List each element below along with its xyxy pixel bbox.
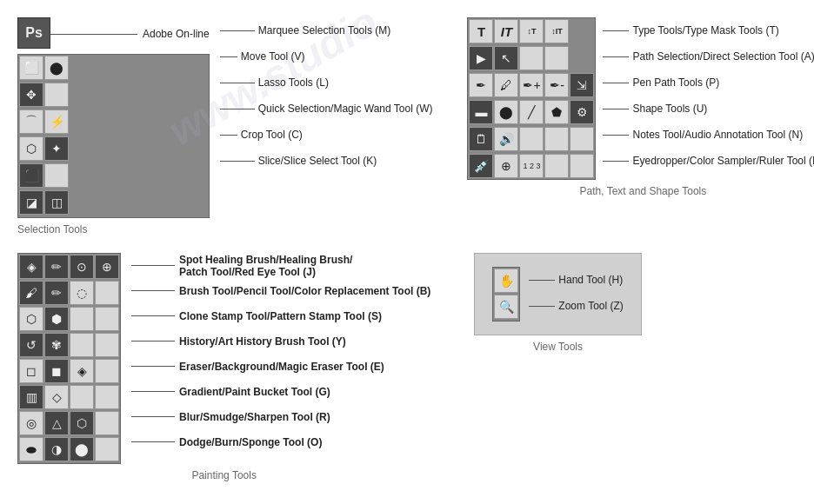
paint-label-text-4: History/Art History Brush Tool (Y) bbox=[179, 335, 346, 348]
delete-anchor-tool[interactable]: ✒- bbox=[544, 73, 569, 97]
slice-label: Slice/Slice Select Tool (K) bbox=[258, 155, 377, 167]
redeye-tool[interactable]: ⊕ bbox=[95, 255, 119, 279]
label-slice: Slice/Slice Select Tool (K) bbox=[220, 148, 433, 174]
hand-label: Hand Tool (H) bbox=[558, 274, 623, 286]
move-tool[interactable]: ✥ bbox=[19, 83, 43, 107]
path-sel-row: ▶ ↖ bbox=[469, 46, 594, 72]
dodge-tool[interactable]: ⬬ bbox=[19, 437, 43, 461]
eraser-tool[interactable]: ◻ bbox=[19, 359, 43, 383]
zoom-tool[interactable]: 🔍 bbox=[494, 295, 518, 319]
selection-tools-grid-wrapper: Ps Adobe On-line ⬜ ⬤ ✥ bbox=[17, 17, 210, 218]
adobe-connector bbox=[50, 34, 137, 35]
freeform-pen-tool[interactable]: 🖊 bbox=[494, 73, 518, 97]
connector-slice bbox=[220, 161, 255, 162]
ruler-tool[interactable]: 1 2 3 bbox=[519, 154, 544, 178]
painting-grid-wrapper: ◈ ✏ ⊙ ⊕ 🖌 ✏ ◌ ⬡ ⬢ bbox=[17, 253, 121, 464]
pattern-stamp-tool[interactable]: ⬢ bbox=[44, 307, 69, 331]
line-tool[interactable]: ╱ bbox=[519, 100, 544, 124]
label-move: Move Tool (V) bbox=[220, 43, 433, 70]
rectangle-tool[interactable]: ▬ bbox=[469, 100, 493, 124]
pencil-tool[interactable]: ✏ bbox=[44, 281, 69, 305]
empty-cell-1 bbox=[44, 83, 69, 107]
convert-anchor-tool[interactable]: ⇲ bbox=[570, 73, 594, 97]
pen-connector bbox=[603, 83, 629, 83]
hand-label-row: Hand Tool (H) bbox=[529, 267, 623, 293]
path-selection-tool[interactable]: ▶ bbox=[469, 46, 493, 70]
label-quicksel: Quick Selection/Magic Wand Tool (W) bbox=[220, 96, 433, 122]
empty-p6 bbox=[95, 359, 119, 383]
slice-select-tool[interactable]: ◫ bbox=[44, 190, 69, 215]
gradient-tool[interactable]: ▥ bbox=[19, 385, 43, 409]
notes-tool[interactable]: 🗒 bbox=[469, 127, 493, 151]
shape-label: Shape Tools (U) bbox=[632, 103, 707, 115]
direct-selection-tool[interactable]: ↖ bbox=[494, 46, 518, 70]
custom-shape-tool[interactable]: ⬟ bbox=[544, 100, 569, 124]
shape-tool-extra[interactable]: ⚙ bbox=[570, 100, 594, 124]
paint-label-text-1: Spot Healing Brush/Healing Brush/Patch T… bbox=[179, 254, 352, 278]
type-label: Type Tools/Type Mask Tools (T) bbox=[632, 24, 778, 36]
crop-tool[interactable]: ⬛ bbox=[19, 163, 43, 188]
selection-section-title: Selection Tools bbox=[17, 223, 88, 235]
lasso-label: Lasso Tools (L) bbox=[258, 76, 329, 89]
heal-tool[interactable]: ✏ bbox=[44, 255, 69, 279]
bg-eraser-tool[interactable]: ◼ bbox=[44, 359, 69, 383]
add-anchor-tool[interactable]: ✒+ bbox=[519, 73, 544, 97]
color-sampler-tool[interactable]: ⊕ bbox=[494, 154, 518, 178]
ellipse-tool[interactable]: ⬤ bbox=[494, 100, 518, 124]
pen-tool[interactable]: ✒ bbox=[469, 73, 493, 97]
move-row: ✥ bbox=[19, 83, 208, 109]
audio-tool[interactable]: 🔊 bbox=[494, 127, 518, 151]
sharpen-tool[interactable]: ⬡ bbox=[70, 411, 94, 435]
quick-selection-tool[interactable]: ⬡ bbox=[19, 136, 43, 161]
history-brush-tool[interactable]: ↺ bbox=[19, 333, 43, 357]
slice-tool[interactable]: ◪ bbox=[19, 190, 43, 215]
empty-p10 bbox=[95, 437, 119, 461]
type-vertical-tool[interactable]: ↕T bbox=[519, 19, 544, 43]
type-tool[interactable]: T bbox=[469, 19, 493, 43]
type-mask-tool[interactable]: ↕IT bbox=[544, 19, 569, 43]
eyedrop-label: Eyedropper/Color Sampler/Ruler Tool (I) bbox=[632, 155, 814, 167]
move-label: Move Tool (V) bbox=[241, 50, 305, 63]
path-grid: T IT ↕T ↕IT ▶ ↖ ✒ 🖊 bbox=[467, 17, 596, 180]
brush-tool[interactable]: 🖌 bbox=[19, 281, 43, 305]
lasso-tool[interactable]: ⌒ bbox=[19, 109, 43, 134]
polygonal-lasso-tool[interactable]: ⚡ bbox=[44, 109, 69, 134]
marquee-ellipse-tool[interactable]: ⬤ bbox=[44, 56, 69, 80]
type-italic-tool[interactable]: IT bbox=[494, 19, 518, 43]
path-sel-label-row: Path Selection/Direct Selection Tool (A) bbox=[603, 43, 814, 70]
shape-row: ▬ ⬤ ╱ ⬟ ⚙ bbox=[469, 100, 594, 126]
art-history-tool[interactable]: ✾ bbox=[44, 333, 69, 357]
smudge-tool[interactable]: △ bbox=[44, 411, 69, 435]
empty-e1 bbox=[544, 154, 569, 178]
paint-connector-7 bbox=[131, 416, 175, 417]
paint-label-7: Blur/Smudge/Sharpen Tool (R) bbox=[131, 404, 430, 429]
paint-label-text-3: Clone Stamp Tool/Pattern Stamp Tool (S) bbox=[179, 310, 382, 322]
burn-tool[interactable]: ◑ bbox=[44, 437, 69, 461]
path-text-shape-section: T IT ↕T ↕IT ▶ ↖ ✒ 🖊 bbox=[467, 17, 814, 235]
path-labels: Type Tools/Type Mask Tools (T) Path Sele… bbox=[603, 17, 814, 174]
empty-n1 bbox=[519, 127, 544, 151]
hand-tool[interactable]: ✋ bbox=[494, 269, 518, 293]
view-tools-layout: ✋ 🔍 Hand Tool (H) Zoom Tool (Z) bbox=[492, 267, 623, 322]
magic-eraser-tool[interactable]: ◈ bbox=[70, 359, 94, 383]
paint-bucket-tool[interactable]: ◇ bbox=[44, 385, 69, 409]
paint-label-4: History/Art History Brush Tool (Y) bbox=[131, 328, 430, 354]
selection-labels: Marquee Selection Tools (M) Move Tool (V… bbox=[220, 17, 433, 174]
selection-grid: ⬜ ⬤ ✥ ⌒ ⚡ ⬡ ✦ bbox=[17, 54, 210, 218]
paint-connector-8 bbox=[131, 441, 175, 442]
path-tools-grid-wrapper: T IT ↕T ↕IT ▶ ↖ ✒ 🖊 bbox=[467, 17, 596, 180]
sponge-tool[interactable]: ⬤ bbox=[70, 437, 94, 461]
spot-heal-tool[interactable]: ◈ bbox=[19, 255, 43, 279]
blur-tool[interactable]: ◎ bbox=[19, 411, 43, 435]
pen-label-row: Pen Path Tools (P) bbox=[603, 70, 814, 96]
pen-label: Pen Path Tools (P) bbox=[632, 76, 719, 89]
stamp-tool[interactable]: ⬡ bbox=[19, 307, 43, 331]
label-marquee: Marquee Selection Tools (M) bbox=[220, 17, 433, 43]
magic-wand-tool[interactable]: ✦ bbox=[44, 136, 69, 161]
eyedropper-tool[interactable]: 💉 bbox=[469, 154, 493, 178]
marquee-rect-tool[interactable]: ⬜ bbox=[19, 56, 43, 80]
paint-label-text-8: Dodge/Burn/Sponge Tool (O) bbox=[179, 436, 322, 448]
notes-label: Notes Tool/Audio Annotation Tool (N) bbox=[632, 129, 803, 141]
patch-tool[interactable]: ⊙ bbox=[70, 255, 94, 279]
color-replace-tool[interactable]: ◌ bbox=[70, 281, 94, 305]
